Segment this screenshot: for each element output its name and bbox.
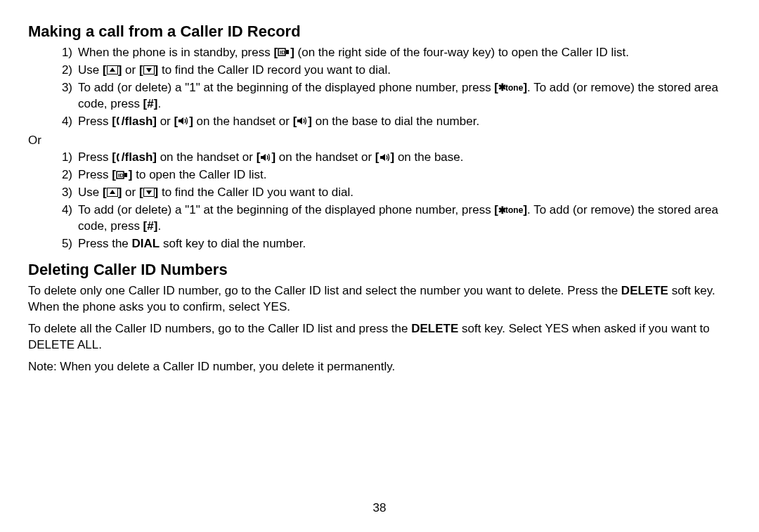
- text: Press the: [78, 237, 132, 250]
- speaker-icon: [297, 113, 308, 129]
- text: to open the Caller ID list.: [133, 168, 267, 181]
- text: or: [157, 115, 174, 128]
- speaker-key: []: [174, 114, 193, 130]
- text: To delete only one Caller ID number, go …: [28, 284, 621, 297]
- speaker-key: []: [293, 114, 312, 130]
- text: To add (or delete) a "1" at the beginnin…: [78, 81, 494, 94]
- text: (on the right side of the four-way key) …: [294, 46, 629, 59]
- tone-label: tone: [505, 83, 523, 93]
- up-key: []: [103, 63, 122, 79]
- page-number: 38: [0, 500, 759, 517]
- star-tone-key: [✱tone]: [494, 80, 527, 96]
- svg-rect-4: [179, 119, 181, 122]
- heading-making-call: Making a call from a Caller ID Record: [28, 21, 731, 42]
- list-item: 2) Press [ID] to open the Caller ID list…: [67, 167, 731, 183]
- flash-key: [/flash]: [112, 150, 157, 166]
- caller-id-icon: ID: [278, 44, 290, 60]
- text: soft key to dial the number.: [160, 237, 306, 250]
- up-arrow-icon: [107, 188, 118, 197]
- text: on the base.: [394, 150, 463, 164]
- delete-softkey: DE­LETE: [621, 284, 668, 297]
- cid-key: [ID]: [273, 45, 294, 61]
- list-item: 4) To add (or delete) a "1" at the begin…: [67, 202, 731, 235]
- list-item: 3) To add (or delete) a "1" at the begin…: [67, 80, 731, 112]
- up-key: []: [103, 185, 122, 201]
- list-item: 2) Use [] or [] to find the Caller ID re…: [67, 63, 731, 79]
- or-separator: Or: [28, 133, 731, 149]
- star-icon: ✱: [498, 202, 505, 218]
- list-item: 3) Use [] or [] to find the Caller ID yo…: [67, 185, 731, 201]
- paragraph: To delete only one Caller ID number, go …: [28, 283, 731, 316]
- steps-list-2: 1) Press [/flash] on the handset or [] o…: [28, 150, 731, 252]
- flash-key: [/flash]: [112, 114, 157, 130]
- speaker-icon: [260, 150, 271, 166]
- phone-icon: [116, 113, 122, 129]
- svg-rect-2: [286, 50, 289, 54]
- svg-text:✱: ✱: [498, 83, 505, 91]
- text: or: [122, 186, 139, 199]
- text: Use: [78, 63, 103, 77]
- down-arrow-icon: [143, 65, 155, 74]
- svg-marker-7: [299, 117, 302, 124]
- speaker-icon: [178, 113, 189, 129]
- star-tone-key: [✱tone]: [494, 202, 527, 219]
- caller-id-icon: ID: [116, 167, 129, 183]
- list-item: 1) When the phone is in standby, press […: [67, 45, 731, 61]
- phone-icon: [116, 150, 122, 166]
- up-arrow-icon: [107, 65, 118, 74]
- down-key: []: [139, 185, 158, 201]
- svg-text:ID: ID: [280, 49, 285, 56]
- speaker-key: []: [375, 150, 394, 166]
- text: Press: [78, 150, 112, 164]
- paragraph: To delete all the Caller ID numbers, go …: [28, 321, 731, 353]
- list-item: 1) Press [/flash] on the handset or [] o…: [67, 150, 731, 166]
- speaker-icon: [379, 150, 391, 166]
- text: .: [157, 219, 161, 233]
- svg-rect-8: [261, 156, 263, 159]
- list-item: 4) Press [/flash] or [] on the handset o…: [67, 114, 731, 130]
- text: Press: [78, 115, 112, 128]
- list-item: 5) Press the DIAL soft key to dial the n…: [67, 236, 731, 252]
- cid-key: [ID]: [112, 167, 132, 183]
- svg-rect-14: [124, 173, 127, 177]
- text: or: [122, 63, 139, 77]
- svg-marker-5: [181, 117, 183, 124]
- hash-key: [#]: [143, 219, 158, 235]
- paragraph-note: Note: When you delete a Caller ID number…: [28, 359, 731, 375]
- text: to find the Caller ID you want to dial.: [158, 186, 353, 199]
- text: on the handset or: [275, 150, 375, 164]
- text: on the handset or: [157, 150, 257, 164]
- steps-list-1: 1) When the phone is in standby, press […: [28, 45, 731, 130]
- svg-rect-10: [380, 156, 382, 159]
- svg-marker-11: [382, 154, 385, 161]
- svg-marker-9: [263, 154, 266, 161]
- star-icon: ✱: [498, 79, 505, 96]
- svg-text:ID: ID: [118, 172, 124, 179]
- text: To delete all the Caller ID numbers, go …: [28, 322, 411, 335]
- text: on the handset or: [193, 115, 293, 128]
- text: to find the Caller ID record you want to…: [158, 63, 391, 77]
- down-arrow-icon: [143, 188, 155, 197]
- speaker-key: []: [257, 150, 275, 166]
- svg-rect-6: [297, 119, 299, 122]
- text: Press: [78, 168, 112, 181]
- heading-deleting: Deleting Caller ID Numbers: [28, 259, 731, 280]
- hash-key: [#]: [143, 96, 158, 112]
- text: When the phone is in standby, press: [78, 46, 273, 59]
- delete-softkey: DELETE: [411, 322, 458, 335]
- dial-softkey: DIAL: [132, 237, 160, 250]
- text: Use: [78, 186, 103, 199]
- text: To add (or delete) a "1" at the beginnin…: [78, 203, 494, 216]
- text: on the base to dial the number.: [312, 115, 479, 128]
- tone-label: tone: [505, 205, 523, 215]
- down-key: []: [139, 63, 158, 79]
- svg-text:✱: ✱: [498, 206, 505, 214]
- text: .: [157, 97, 161, 110]
